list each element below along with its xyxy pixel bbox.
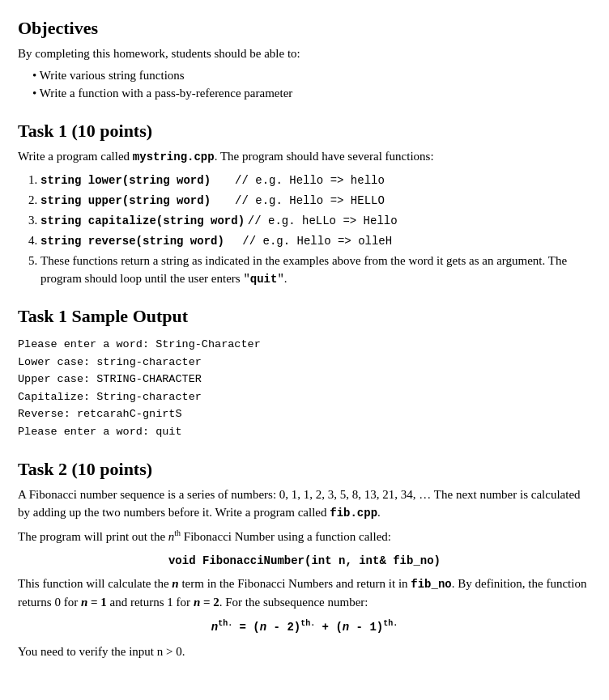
func3-code: string capitalize(string word): [40, 214, 245, 227]
output-line: Please enter a word: String-Character: [18, 336, 591, 354]
output-line: Upper case: STRING-CHARACTER: [18, 371, 591, 388]
list-item: Write various string functions: [32, 66, 591, 85]
task1-intro: Write a program called mystring.cpp. The…: [18, 147, 591, 166]
list-item: string reverse(string word) // e.g. Hell…: [40, 231, 591, 250]
task2-para3: This function will calculate the n term …: [18, 575, 591, 612]
task2-function-sig: void FibonacciNumber(int n, int& fib_no): [18, 551, 591, 570]
list-item: string upper(string word) // e.g. Hello …: [40, 191, 591, 210]
list-item: string lower(string word) // e.g. Hello …: [40, 171, 591, 189]
task1-note: These functions return a string as indic…: [40, 254, 567, 286]
task2-formula: nth. = (n - 2)th. + (n - 1)th.: [18, 617, 591, 636]
task2-para2: The program will print out the nth Fibon…: [18, 527, 591, 546]
output-line: Reverse: retcarahC-gnirtS: [18, 405, 591, 423]
func1-code: string lower(string word): [40, 174, 211, 187]
func3-comment: // e.g. heLLo => Hello: [248, 214, 398, 227]
func4-comment: // e.g. Hello => olleH: [242, 235, 392, 248]
list-item: These functions return a string as indic…: [40, 252, 591, 289]
func2-code: string upper(string word): [40, 194, 211, 207]
func2-comment: // e.g. Hello => HELLO: [235, 194, 385, 207]
task2-heading: Task 2 (10 points): [18, 456, 591, 482]
objectives-heading: Objectives: [18, 15, 591, 41]
output-line: Lower case: string-character: [18, 354, 591, 371]
task1-function-list: string lower(string word) // e.g. Hello …: [40, 171, 591, 289]
task2-filename: fib.cpp: [330, 507, 377, 520]
task2-para1: A Fibonacci number sequence is a series …: [18, 486, 591, 523]
output-line: Capitalize: String-character: [18, 388, 591, 406]
task2-para4: You need to verify the input n > 0.: [18, 643, 591, 661]
objectives-intro: By completing this homework, students sh…: [18, 45, 591, 63]
task2-fib-no: fib_no: [411, 578, 451, 591]
func1-comment: // e.g. Hello => hello: [235, 174, 385, 187]
sample-output-block: Please enter a word: String-Character Lo…: [18, 336, 591, 441]
task1-heading: Task 1 (10 points): [18, 117, 591, 144]
task1-filename: mystring.cpp: [133, 151, 215, 163]
task1-output-heading: Task 1 Sample Output: [18, 303, 591, 329]
list-item: string capitalize(string word) // e.g. h…: [40, 211, 591, 230]
func4-code: string reverse(string word): [40, 235, 224, 248]
output-line: Please enter a word: quit: [18, 423, 591, 441]
list-item: Write a function with a pass-by-referenc…: [32, 84, 591, 103]
objectives-list: Write various string functions Write a f…: [32, 66, 591, 103]
